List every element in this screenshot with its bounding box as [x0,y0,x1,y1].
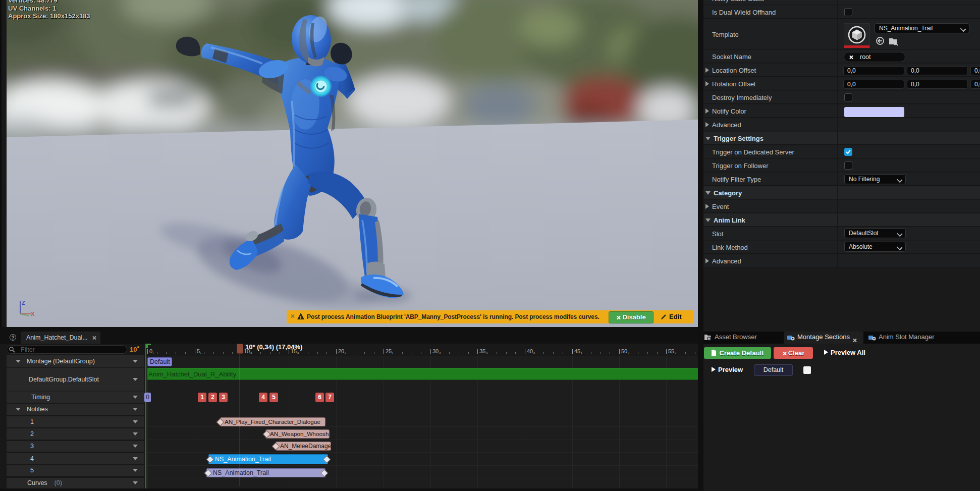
svg-text:X: X [31,311,35,317]
svg-text:Z: Z [22,300,25,306]
